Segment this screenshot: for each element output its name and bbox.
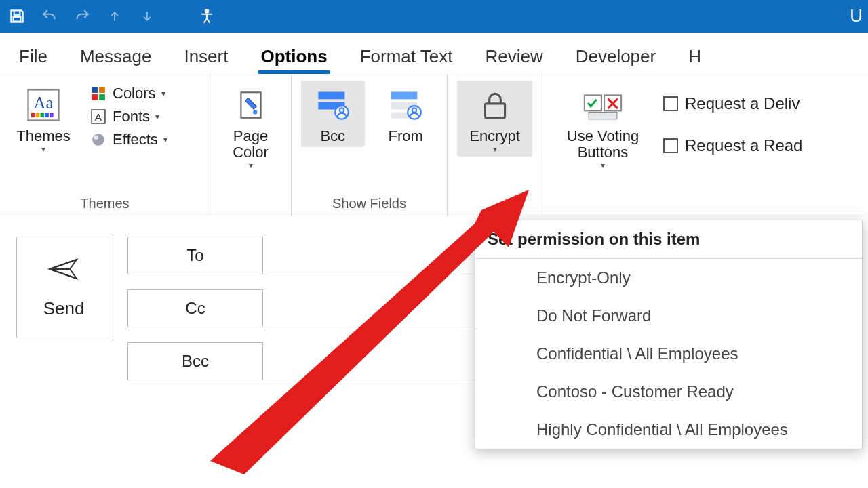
group-label-show-fields: Show Fields [301, 193, 437, 211]
group-themes: Aa Themes ▾ Colors ▾ A Fonts [0, 74, 210, 216]
fonts-button[interactable]: A Fonts ▾ [87, 106, 170, 127]
save-icon[interactable] [7, 6, 27, 26]
tab-file[interactable]: File [16, 42, 50, 74]
arrow-down-icon[interactable] [137, 6, 157, 26]
svg-rect-5 [31, 113, 35, 117]
quick-access-toolbar [7, 6, 217, 26]
dropdown-item-confidential-all[interactable]: Confidential \ All Employees [475, 335, 862, 373]
voting-label: Use Voting Buttons [567, 128, 639, 161]
redo-icon[interactable] [72, 6, 92, 26]
title-bar: U [0, 0, 868, 33]
lock-icon [473, 83, 517, 127]
cc-button[interactable]: Cc [127, 289, 263, 327]
themes-button[interactable]: Aa Themes ▾ [9, 81, 77, 157]
tab-insert[interactable]: Insert [181, 42, 231, 74]
chevron-down-icon: ▾ [493, 144, 497, 154]
svg-rect-0 [14, 17, 21, 22]
tab-developer[interactable]: Developer [573, 42, 659, 74]
send-icon [47, 256, 81, 286]
svg-rect-11 [99, 87, 105, 93]
page-color-button[interactable]: Page Color ▾ [220, 81, 281, 173]
page-color-icon [229, 83, 273, 127]
dropdown-item-do-not-forward[interactable]: Do Not Forward [475, 297, 862, 335]
svg-rect-10 [92, 87, 98, 93]
svg-rect-7 [41, 113, 45, 117]
svg-rect-13 [99, 94, 105, 100]
dropdown-item-encrypt-only[interactable]: Encrypt-Only [475, 259, 862, 297]
svg-point-16 [92, 134, 104, 146]
bcc-label: Bcc [320, 128, 345, 144]
tab-format-text[interactable]: Format Text [357, 42, 456, 74]
dropdown-item-highly-confidential[interactable]: Highly Confidential \ All Employees [475, 411, 862, 449]
tab-options[interactable]: Options [258, 42, 330, 74]
ribbon-tabs: File Message Insert Options Format Text … [0, 33, 868, 74]
from-label: From [389, 128, 423, 144]
request-delivery-checkbox[interactable]: Request a Deliv [663, 90, 802, 117]
bcc-button[interactable]: Bcc [301, 81, 365, 147]
chevron-down-icon: ▾ [41, 144, 45, 154]
to-button[interactable]: To [127, 237, 263, 274]
svg-point-19 [253, 110, 257, 114]
group-encrypt: Encrypt ▾ [448, 74, 542, 216]
encrypt-dropdown: Set permission on this item Encrypt-Only… [475, 220, 863, 449]
tab-message[interactable]: Message [77, 42, 155, 74]
arrow-up-icon[interactable] [104, 6, 125, 26]
svg-text:Aa: Aa [34, 94, 54, 112]
svg-rect-20 [318, 92, 344, 100]
dropdown-item-contoso-customer[interactable]: Contoso - Customer Ready [475, 373, 862, 411]
group-label-themes: Themes [9, 193, 200, 211]
bcc-button[interactable]: Bcc [127, 342, 263, 380]
effects-button[interactable]: Effects ▾ [87, 129, 170, 150]
colors-button[interactable]: Colors ▾ [87, 83, 170, 104]
dropdown-title: Set permission on this item [475, 220, 862, 259]
svg-point-17 [94, 135, 98, 140]
tab-review[interactable]: Review [482, 42, 545, 74]
encrypt-label: Encrypt [469, 128, 520, 144]
chevron-down-icon: ▾ [163, 135, 167, 144]
tab-help[interactable]: H [686, 42, 704, 74]
svg-rect-8 [45, 113, 49, 117]
send-label: Send [43, 298, 85, 319]
undo-icon[interactable] [39, 6, 60, 26]
colors-icon [90, 85, 107, 102]
themes-icon: Aa [22, 83, 65, 127]
encrypt-button[interactable]: Encrypt ▾ [457, 81, 532, 157]
svg-text:A: A [95, 111, 102, 123]
checkbox-icon [663, 138, 678, 153]
svg-rect-9 [50, 113, 54, 117]
send-button[interactable]: Send [16, 237, 111, 338]
page-color-label: Page Color [233, 128, 269, 161]
group-show-fields: Bcc From Show Fields [292, 74, 448, 216]
chevron-down-icon: ▾ [601, 161, 605, 170]
checkbox-icon [663, 96, 678, 111]
group-page-color: Page Color ▾ [210, 74, 292, 216]
svg-rect-6 [36, 113, 40, 117]
chevron-down-icon: ▾ [249, 161, 253, 170]
request-read-checkbox[interactable]: Request a Read [663, 132, 802, 159]
chevron-down-icon: ▾ [155, 112, 159, 121]
voting-icon [581, 83, 625, 127]
svg-rect-25 [391, 92, 418, 100]
title-right-text: U [850, 5, 863, 26]
bcc-icon [311, 83, 355, 127]
svg-rect-33 [589, 112, 617, 119]
effects-icon [90, 131, 107, 148]
chevron-down-icon: ▾ [161, 89, 165, 98]
from-icon [384, 83, 427, 127]
svg-point-1 [205, 9, 208, 12]
from-button[interactable]: From [374, 81, 438, 147]
svg-rect-12 [92, 94, 98, 100]
accessibility-icon[interactable] [197, 6, 217, 26]
svg-rect-30 [485, 104, 505, 118]
use-voting-buttons[interactable]: Use Voting Buttons ▾ [552, 81, 654, 173]
ribbon: Aa Themes ▾ Colors ▾ A Fonts [0, 74, 868, 216]
group-tracking: Use Voting Buttons ▾ Request a Deliv Req… [542, 74, 868, 216]
themes-label: Themes [16, 128, 70, 144]
fonts-icon: A [90, 108, 107, 125]
